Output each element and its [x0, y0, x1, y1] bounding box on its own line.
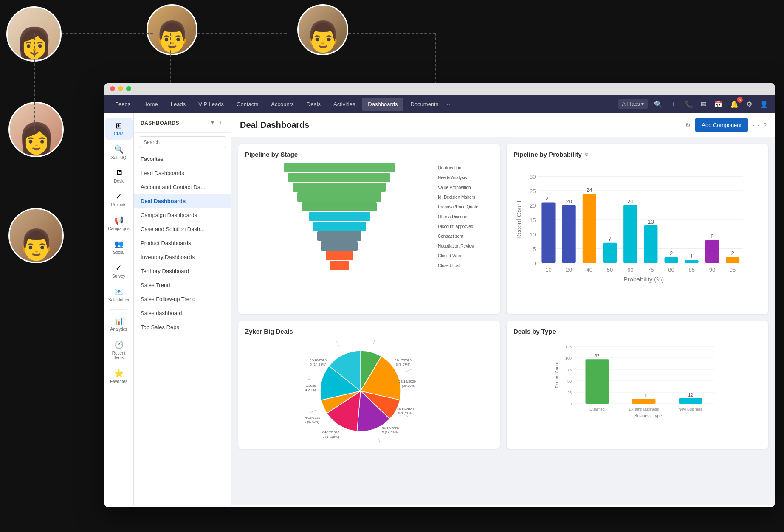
nav-item-6[interactable]: Product Dashboards [134, 236, 231, 250]
svg-text:2: 2 [731, 250, 734, 256]
dashboard-header-right: ↻ Add Component ··· ? [685, 118, 767, 132]
nav-more-icon[interactable]: ··· [445, 101, 450, 107]
zyker-title: Zyker Big Deals [245, 328, 493, 335]
add-component-button[interactable]: Add Component [695, 118, 748, 132]
bottom-bar: 💬 Chat 👥 Contacts 📋 Contacts Ask Zia [104, 505, 775, 507]
svg-text:50: 50 [607, 267, 613, 273]
user-avatar[interactable]: 👤 [758, 99, 770, 110]
maximize-button[interactable] [126, 86, 131, 91]
nav-sidebar-add-button[interactable]: ＋ [217, 118, 224, 127]
nav-home[interactable]: Home [137, 98, 164, 111]
main-content: ⊞ CRM 🔍 SalesIQ 🖥 Desk ✓ Projects 📢 [104, 113, 775, 505]
sidebar-item-analytics[interactable]: 📊 Analytics [105, 313, 133, 335]
svg-rect-88 [679, 398, 702, 404]
mail-icon[interactable]: ✉ [699, 99, 708, 110]
svg-text:0: 0 [570, 402, 572, 406]
svg-line-51 [310, 410, 316, 413]
nav-item-11[interactable]: Sales dashboard [134, 306, 231, 320]
nav-item-1[interactable]: Lead Dashboards [134, 166, 231, 180]
survey-icon: ✓ [116, 263, 122, 273]
svg-text:10: 10 [530, 231, 536, 238]
sidebar-item-crm[interactable]: ⊞ CRM [105, 118, 133, 140]
svg-text:125: 125 [565, 345, 572, 349]
svg-text:13: 13 [648, 219, 654, 225]
nav-item-4[interactable]: Campaign Dashboards [134, 208, 231, 222]
sidebar-item-salesiq[interactable]: 🔍 SalesIQ [105, 141, 133, 163]
nav-documents[interactable]: Documents [404, 98, 444, 111]
connector-line [435, 33, 436, 88]
search-icon[interactable]: 🔍 [652, 99, 664, 110]
nav-item-10[interactable]: Sales Follow-up Trend [134, 292, 231, 306]
svg-rect-23 [603, 243, 617, 263]
nav-accounts[interactable]: Accounts [265, 98, 299, 111]
minimize-button[interactable] [118, 86, 123, 91]
pipeline-probability-title: Pipeline by Probability ↻ [513, 151, 761, 158]
svg-text:04/18/2020: 04/18/2020 [305, 416, 321, 419]
all-tabs-button[interactable]: All Tabs ▾ [618, 99, 648, 109]
nav-sidebar-dropdown[interactable]: ▾ [211, 118, 214, 127]
favorites-icon: ⭐ [114, 369, 124, 378]
settings-icon[interactable]: ⚙ [745, 99, 754, 110]
notifications-icon[interactable]: 🔔 [728, 99, 740, 110]
nav-item-0[interactable]: Favorites [134, 152, 231, 166]
close-button[interactable] [110, 86, 115, 91]
funnel-label-10: Closed Lost [438, 261, 493, 270]
sidebar-item-desk[interactable]: 🖥 Desk [105, 165, 133, 187]
add-icon[interactable]: ＋ [668, 98, 679, 110]
funnel-label-8: Negotiation/Review [438, 241, 493, 251]
sidebar-item-favorites[interactable]: ⭐ Favorites [105, 365, 133, 387]
nav-vip-leads[interactable]: VIP Leads [192, 98, 230, 111]
funnel-label-9: Closed Won [438, 251, 493, 260]
svg-text:02/17/2020: 02/17/2020 [395, 358, 412, 362]
svg-text:Qualified: Qualified [589, 407, 605, 411]
refresh-icon-probability[interactable]: ↻ [584, 152, 589, 158]
nav-sidebar: DASHBOARDS ▾ ＋ FavoritesLead DashboardsA… [134, 113, 231, 505]
nav-search-input[interactable] [139, 136, 226, 148]
calendar-icon[interactable]: 📅 [712, 99, 724, 110]
svg-text:75: 75 [567, 368, 572, 372]
nav-item-8[interactable]: Territory Dashboard [134, 264, 231, 278]
nav-item-7[interactable]: Inventory Dashboards [134, 250, 231, 264]
nav-item-2[interactable]: Account and Contact Da... [134, 180, 231, 194]
dashboard-title: Deal Dashboards [240, 120, 309, 130]
deals-by-type-card: Deals by Type 025507510012597Qualified11… [507, 321, 768, 449]
nav-feeds[interactable]: Feeds [109, 98, 136, 111]
svg-text:11: 11 [641, 393, 646, 398]
nav-item-9[interactable]: Sales Trend [134, 278, 231, 292]
svg-rect-41 [726, 257, 739, 263]
nav-sidebar-title: DASHBOARDS [141, 120, 179, 126]
nav-dashboards[interactable]: Dashboards [362, 98, 403, 111]
sidebar-item-projects[interactable]: ✓ Projects [105, 189, 133, 211]
svg-text:2: 2 [670, 250, 673, 256]
svg-text:0: 0 [533, 260, 536, 267]
nav-deals[interactable]: Deals [301, 98, 327, 111]
help-button[interactable]: ? [763, 122, 767, 129]
svg-text:24: 24 [587, 187, 593, 193]
svg-text:80: 80 [668, 267, 674, 273]
funnel-label-4: Proposal/Price Quote [438, 202, 493, 211]
nav-item-5[interactable]: Case and Solution Dash... [134, 222, 231, 236]
probability-bar-chart: 0510152025302110202024407502060137528018… [513, 163, 761, 320]
sidebar-item-recent-items[interactable]: 🕐 Recent Items [105, 337, 133, 363]
sidebar-item-campaigns[interactable]: 📢 Campaigns [105, 212, 133, 234]
nav-activities[interactable]: Activities [327, 98, 361, 111]
nav-item-3[interactable]: Deal Dashboards [134, 194, 231, 208]
refresh-button[interactable]: ↻ [685, 122, 691, 129]
svg-text:10: 10 [545, 267, 552, 273]
nav-item-12[interactable]: Top Sales Reps [134, 320, 231, 334]
svg-text:3 (8.57%): 3 (8.57%) [398, 411, 413, 415]
sidebar-item-social[interactable]: 👥 Social [105, 236, 133, 258]
pie-chart: 02/17/20203 (8.57%)03/19/20207 (20.00%)0… [305, 340, 433, 442]
svg-text:97: 97 [595, 354, 600, 358]
nav-contacts[interactable]: Contacts [231, 98, 264, 111]
more-options-button[interactable]: ··· [753, 121, 759, 129]
funnel-shape [245, 163, 434, 270]
svg-text:25: 25 [567, 391, 572, 395]
projects-icon: ✓ [116, 192, 122, 201]
sidebar-item-survey[interactable]: ✓ Survey [105, 260, 133, 282]
svg-text:7: 7 [608, 236, 611, 242]
dashboard-header: Deal Dashboards ↻ Add Component ··· ? [231, 113, 775, 137]
calls-icon[interactable]: 📞 [683, 99, 695, 110]
sidebar-item-salesinbox[interactable]: 📧 SalesInbox [105, 284, 133, 306]
nav-leads[interactable]: Leads [165, 98, 192, 111]
